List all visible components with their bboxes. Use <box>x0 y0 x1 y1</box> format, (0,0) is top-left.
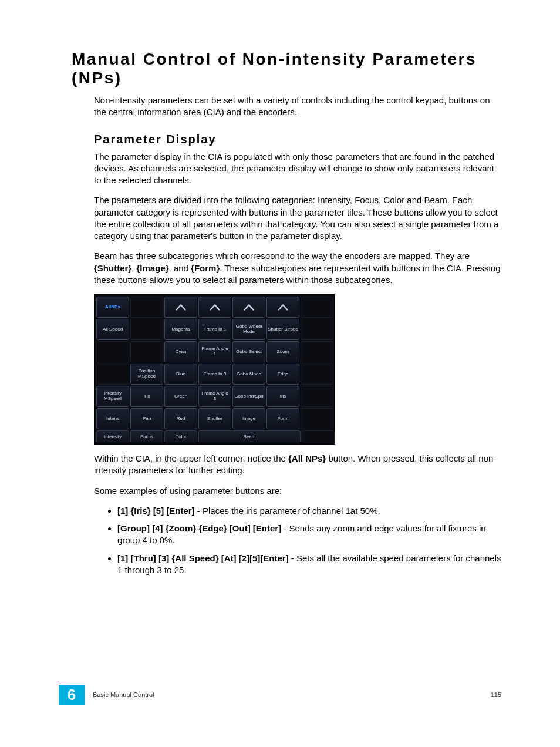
param-tile-zoom[interactable]: Zoom <box>266 341 299 362</box>
param-tile-pan[interactable]: Pan <box>130 408 163 429</box>
param-tile-blue[interactable]: Blue <box>164 364 197 385</box>
param-tile-intensity-mspeed[interactable]: Intensity MSpeed <box>96 386 129 407</box>
category-empty <box>302 430 335 442</box>
para-5: Some examples of using parameter buttons… <box>94 485 501 497</box>
tile-empty <box>301 341 333 362</box>
cia-panel: AllNPsAll SpeedMagentaFrame In 1Gobo Whe… <box>94 294 335 445</box>
category-row: IntensityFocusColorBeam <box>96 430 333 442</box>
tile-empty <box>96 341 129 362</box>
tile-empty <box>301 364 333 385</box>
sep: , <box>131 263 136 273</box>
and: , and <box>169 263 191 273</box>
tile-empty <box>130 341 163 362</box>
param-tile-cyan[interactable]: Cyan <box>164 341 197 362</box>
param-tile-position-mspeed[interactable]: Position MSpeed <box>130 364 163 385</box>
para-3: Beam has three subcategories which corre… <box>94 250 501 286</box>
shutter-label: {Shutter} <box>94 263 131 273</box>
tile-empty <box>96 364 129 385</box>
page-number: 115 <box>491 691 501 698</box>
tile-empty <box>301 319 333 340</box>
chevron-up-icon[interactable] <box>198 297 231 318</box>
page-footer: 6 Basic Manual Control 115 <box>59 685 501 705</box>
example-1: [1] {Iris} [5] [Enter] - Places the iris… <box>117 505 501 517</box>
category-intensity[interactable]: Intensity <box>96 430 129 442</box>
param-tile-form[interactable]: Form <box>266 408 299 429</box>
chevron-up-icon[interactable] <box>266 297 299 318</box>
para-4: Within the CIA, in the upper left corner… <box>94 453 501 477</box>
param-tile-tilt[interactable]: Tilt <box>130 386 163 407</box>
category-focus[interactable]: Focus <box>130 430 163 442</box>
param-tile-edge[interactable]: Edge <box>266 364 299 385</box>
example-2: [Group] [4] {Zoom} {Edge} [Out] [Enter] … <box>117 523 501 547</box>
param-tile-all-speed[interactable]: All Speed <box>96 319 129 340</box>
all-nps-label: {All NPs} <box>288 453 326 463</box>
image-label: {Image} <box>137 263 169 273</box>
tile-empty <box>301 386 333 407</box>
form-label: {Form} <box>191 263 220 273</box>
para-2: The parameters are divided into the foll… <box>94 194 501 242</box>
category-color[interactable]: Color <box>164 430 197 442</box>
param-tile-frame-angle-3[interactable]: Frame Angle 3 <box>198 386 231 407</box>
footer-section-name: Basic Manual Control <box>93 691 154 698</box>
param-tile-red[interactable]: Red <box>164 408 197 429</box>
page-title: Manual Control of Non-intensity Paramete… <box>72 50 501 88</box>
subheading-parameter-display: Parameter Display <box>94 133 501 146</box>
param-tile-shutter-strobe[interactable]: Shutter Strobe <box>266 319 299 340</box>
example-3: [1] [Thru] [3] {All Speed} [At] [2][5][E… <box>117 553 501 577</box>
param-tile-iris[interactable]: Iris <box>266 386 299 407</box>
param-tile-magenta[interactable]: Magenta <box>164 319 197 340</box>
para-3-a: Beam has three subcategories which corre… <box>94 251 470 261</box>
param-tile-gobo-mode[interactable]: Gobo Mode <box>232 364 265 385</box>
chapter-number: 6 <box>59 685 85 705</box>
tile-empty <box>301 408 333 429</box>
param-tile-gobo-ind-spd[interactable]: Gobo Ind/Spd <box>232 386 265 407</box>
tile-empty <box>301 297 333 318</box>
examples-list: [1] {Iris} [5] [Enter] - Places the iris… <box>106 505 501 576</box>
param-tile-image[interactable]: Image <box>232 408 265 429</box>
param-tile-frame-angle-1[interactable]: Frame Angle 1 <box>198 341 231 362</box>
ex1-cmd: [1] {Iris} [5] [Enter] <box>117 506 195 516</box>
param-tile-gobo-wheel-mode[interactable]: Gobo Wheel Mode <box>232 319 265 340</box>
chevron-up-icon[interactable] <box>232 297 265 318</box>
param-tile-gobo-select[interactable]: Gobo Select <box>232 341 265 362</box>
chevron-up-icon[interactable] <box>164 297 197 318</box>
param-tile-frame-in-1[interactable]: Frame In 1 <box>198 319 231 340</box>
param-tile-intens[interactable]: Intens <box>96 408 129 429</box>
ex3-cmd: [1] [Thru] [3] {All Speed} [At] [2][5][E… <box>117 553 289 563</box>
cia-grid: AllNPsAll SpeedMagentaFrame In 1Gobo Whe… <box>96 297 332 442</box>
tile-empty <box>130 319 163 340</box>
param-tile-green[interactable]: Green <box>164 386 197 407</box>
category-beam[interactable]: Beam <box>198 430 301 442</box>
tile-empty <box>130 297 163 318</box>
ex2-cmd: [Group] [4] {Zoom} {Edge} [Out] [Enter] <box>117 523 281 533</box>
intro-paragraph: Non-intensity parameters can be set with… <box>94 95 501 119</box>
all-nps-button[interactable]: AllNPs <box>96 297 129 318</box>
para-4-a: Within the CIA, in the upper left corner… <box>94 453 288 463</box>
ex1-desc: - Places the iris parameter of channel 1… <box>195 506 380 516</box>
param-tile-frame-in-3[interactable]: Frame In 3 <box>198 364 231 385</box>
param-tile-shutter[interactable]: Shutter <box>198 408 231 429</box>
footer-left: 6 Basic Manual Control <box>59 685 154 705</box>
para-1: The parameter display in the CIA is popu… <box>94 151 501 187</box>
